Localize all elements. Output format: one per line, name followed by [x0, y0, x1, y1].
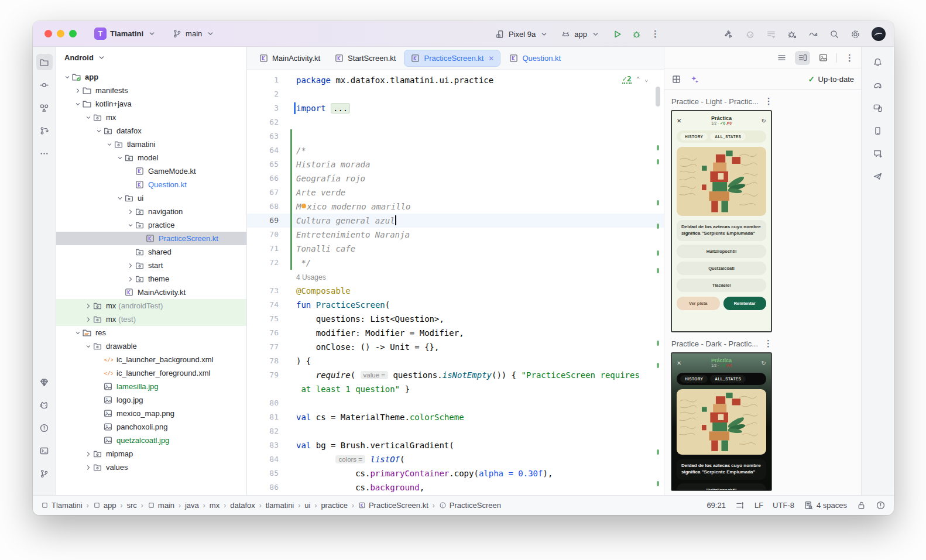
- editor-tab-mainactivity-kt[interactable]: MainActivity.kt: [253, 50, 326, 66]
- tree-chevron-icon[interactable]: [84, 463, 92, 472]
- vcs-branch-widget[interactable]: main: [172, 29, 215, 39]
- tree-item-tlamatini[interactable]: tlamatini: [56, 138, 246, 151]
- ai-actions-button[interactable]: [690, 74, 699, 84]
- notifications-status-icon[interactable]: [876, 500, 886, 510]
- caret-position-widget[interactable]: 69:21: [706, 501, 726, 510]
- tree-item-mx[interactable]: mx(androidTest): [56, 299, 246, 312]
- debug-button[interactable]: [632, 29, 642, 39]
- device-selector[interactable]: Pixel 9a: [495, 29, 549, 39]
- tree-chevron-icon[interactable]: [126, 208, 135, 216]
- tree-item-kotlin-java[interactable]: kotlin+java: [56, 97, 246, 111]
- tree-item-mipmap[interactable]: mipmap: [56, 447, 246, 461]
- version-control-tool-button[interactable]: [36, 465, 53, 482]
- breadcrumb-item[interactable]: ui: [304, 501, 310, 510]
- project-widget[interactable]: T Tlamatini: [94, 28, 157, 40]
- tree-item-datafox[interactable]: datafox: [56, 124, 246, 138]
- minimize-window-button[interactable]: [57, 30, 64, 37]
- breadcrumb-item[interactable]: practice: [321, 501, 348, 510]
- preview-options-kebab[interactable]: ⋮: [845, 53, 854, 63]
- tree-item-manifests[interactable]: manifests: [56, 84, 246, 97]
- tree-chevron-icon[interactable]: [116, 154, 124, 162]
- tree-item-navigation[interactable]: navigation: [56, 205, 246, 218]
- tree-chevron-icon[interactable]: [84, 114, 92, 122]
- grid-layout-button[interactable]: [671, 74, 681, 84]
- tree-item-mainactivity-kt[interactable]: MainActivity.kt: [56, 286, 246, 299]
- project-tool-button[interactable]: [36, 54, 53, 70]
- editor-tab-practicescreen-kt[interactable]: PracticeScreen.kt✕: [404, 50, 500, 67]
- breadcrumb-item[interactable]: PracticeScreen.kt: [358, 501, 428, 510]
- tree-chevron-icon[interactable]: [84, 302, 92, 310]
- close-tab-icon[interactable]: ✕: [488, 54, 494, 63]
- preview-kebab[interactable]: ⋮: [764, 338, 773, 349]
- account-avatar[interactable]: [872, 27, 886, 41]
- design-view-button[interactable]: [818, 53, 828, 63]
- tree-item-lamesilla-jpg[interactable]: lamesilla.jpg: [56, 380, 246, 393]
- line-separator-widget[interactable]: LF: [754, 501, 763, 510]
- split-view-button[interactable]: [795, 51, 810, 65]
- tree-chevron-icon[interactable]: [126, 262, 135, 270]
- tree-chevron-icon[interactable]: [74, 87, 82, 95]
- code-editor[interactable]: ✓2 ⌃ ⌃ 1package mx.datafox.tlamatini.ui.…: [247, 70, 664, 495]
- tree-chevron-icon[interactable]: [74, 100, 82, 108]
- running-devices-tool-button[interactable]: [869, 122, 886, 139]
- breadcrumb-item[interactable]: tlamatini: [266, 501, 294, 510]
- breadcrumb-item[interactable]: main: [148, 501, 174, 510]
- editor-tab-startscreen-kt[interactable]: StartScreen.kt: [328, 50, 402, 66]
- close-window-button[interactable]: [44, 30, 52, 37]
- app-quality-insights-tool-button[interactable]: [36, 397, 53, 413]
- encoding-widget[interactable]: UTF-8: [773, 501, 794, 510]
- tree-item-practice[interactable]: practice: [56, 218, 246, 232]
- tree-chevron-icon[interactable]: [74, 329, 82, 337]
- preview-dark-label[interactable]: Practice - Dark - Practic...⋮: [664, 332, 861, 352]
- tree-item-practicescreen-kt[interactable]: PracticeScreen.kt: [56, 232, 246, 245]
- breadcrumb-item[interactable]: datafox: [230, 501, 255, 510]
- tree-item-values[interactable]: values: [56, 461, 246, 474]
- breadcrumb-item[interactable]: Tlamatini: [41, 501, 83, 510]
- tree-item-mx[interactable]: mx(test): [56, 312, 246, 326]
- profiler-icon[interactable]: [808, 29, 818, 39]
- indent-icon[interactable]: [735, 500, 745, 510]
- tree-chevron-icon[interactable]: [84, 450, 92, 458]
- tree-item-logo-jpg[interactable]: logo.jpg: [56, 393, 246, 407]
- tree-item-ic-launcher-foreground-xml[interactable]: </>ic_launcher_foreground.xml: [56, 366, 246, 380]
- tree-item-model[interactable]: model: [56, 151, 246, 164]
- notifications-tool-button[interactable]: [869, 54, 886, 70]
- build-run-icon[interactable]: [724, 29, 734, 39]
- tree-chevron-icon[interactable]: [116, 194, 124, 202]
- breadcrumb-item[interactable]: src: [126, 501, 136, 510]
- terminal-tool-button[interactable]: [36, 442, 53, 459]
- tree-item-mexico-map-png[interactable]: mexico_map.png: [56, 407, 246, 420]
- breadcrumb-item[interactable]: fPracticeScreen: [439, 501, 501, 510]
- tree-item-mx[interactable]: mx: [56, 111, 246, 124]
- search-everywhere-icon[interactable]: [829, 29, 839, 39]
- breadcrumb-item[interactable]: app: [93, 501, 116, 510]
- attach-debugger-icon[interactable]: [787, 29, 797, 39]
- run-options-kebab[interactable]: ⋮: [651, 29, 660, 39]
- project-view-selector[interactable]: Android: [56, 47, 246, 68]
- structure-tool-button[interactable]: [36, 99, 53, 116]
- editor-scrollbar[interactable]: [654, 70, 660, 495]
- run-button[interactable]: [612, 29, 622, 39]
- tree-item-shared[interactable]: shared: [56, 245, 246, 259]
- preview-kebab[interactable]: ⋮: [764, 96, 773, 106]
- run-configuration-selector[interactable]: app: [561, 29, 601, 39]
- tree-item-drawable[interactable]: drawable: [56, 339, 246, 353]
- gemini-tool-button[interactable]: [869, 145, 886, 162]
- more-tools-button[interactable]: [36, 145, 53, 162]
- tree-chevron-icon[interactable]: [126, 221, 135, 229]
- pull-requests-tool-button[interactable]: [36, 122, 53, 139]
- scrollbar-thumb[interactable]: [656, 87, 660, 106]
- commit-tool-button[interactable]: [36, 77, 53, 93]
- zoom-window-button[interactable]: [69, 30, 77, 37]
- tree-item-res[interactable]: res: [56, 326, 246, 339]
- breadcrumb-item[interactable]: mx: [210, 501, 220, 510]
- tree-item-quetzalcoatl-jpg[interactable]: quetzalcoatl.jpg: [56, 434, 246, 447]
- tree-item-ic-launcher-background-xml[interactable]: </>ic_launcher_background.xml: [56, 353, 246, 366]
- problems-tool-button[interactable]: [36, 420, 53, 436]
- code-view-button[interactable]: [777, 53, 787, 63]
- assistant-tool-button[interactable]: [869, 168, 886, 184]
- breadcrumb-item[interactable]: java: [185, 501, 199, 510]
- tree-item-question-kt[interactable]: Question.kt: [56, 178, 246, 191]
- tree-item-theme[interactable]: theme: [56, 272, 246, 286]
- indent-widget[interactable]: 4 spaces: [804, 500, 847, 510]
